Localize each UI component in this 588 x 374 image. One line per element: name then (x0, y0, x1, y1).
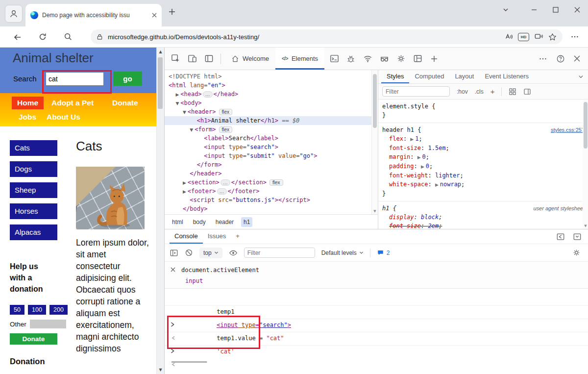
rule-selector[interactable]: header h1 { (382, 125, 421, 134)
dom-tree-scrollbar[interactable]: ▼ (371, 70, 378, 214)
tab-layout[interactable]: Layout (449, 70, 479, 83)
scrollbar-thumb[interactable] (158, 57, 163, 109)
dom-tree-row-body[interactable]: ▼ <body> (165, 99, 378, 107)
donate-button[interactable]: Donate (10, 333, 57, 345)
search-icon[interactable] (64, 32, 73, 41)
nav-item-about-us[interactable]: About Us (47, 113, 80, 122)
scroll-down-icon[interactable]: ▼ (583, 224, 588, 228)
amount-button-50[interactable]: 50 (10, 305, 24, 315)
category-button-dogs[interactable]: Dogs (10, 161, 57, 177)
category-button-cats[interactable]: Cats (10, 140, 57, 156)
styles-scrollbar[interactable]: ▼ (583, 100, 588, 229)
css-declaration-display[interactable]: display: block; (378, 213, 588, 222)
css-declaration-font-size[interactable]: font-size: 1.5em; (378, 144, 588, 152)
close-devtools-icon[interactable] (574, 55, 580, 62)
tab-issues[interactable]: Issues (203, 229, 231, 244)
settings-gear-icon[interactable] (396, 54, 406, 64)
dom-tree-row-form-close[interactable]: </form> (165, 160, 378, 169)
tab-styles[interactable]: Styles (381, 70, 409, 83)
nav-item-home[interactable]: Home (12, 97, 44, 109)
css-declaration-flex[interactable]: flex: ▶ 1; (378, 134, 588, 144)
dom-tree-row-form[interactable]: ▼ <form>flex (165, 125, 378, 134)
chevron-down-icon[interactable] (578, 74, 588, 79)
network-wifi-icon[interactable] (363, 54, 372, 64)
css-declaration-padding[interactable]: padding: ▶ 0; (378, 162, 588, 171)
inspect-icon[interactable] (171, 54, 180, 64)
dock-side-icon[interactable] (204, 54, 214, 64)
minimize-icon[interactable] (523, 0, 545, 20)
devtools-more-icon[interactable] (539, 54, 547, 63)
collapse-drawer-icon[interactable] (573, 232, 582, 241)
log-levels-dropdown[interactable]: Default levels (321, 249, 364, 256)
tab-close-icon[interactable] (152, 13, 157, 18)
dom-tree-row-footer[interactable]: ▶ <footer>…</footer> (165, 187, 378, 196)
category-button-horses[interactable]: Horses (10, 203, 57, 219)
css-declaration-white-space[interactable]: white-space: ▶ nowrap; (378, 180, 588, 189)
css-rule-element-style[interactable]: element.style { } (378, 100, 588, 123)
dom-tree-row-html[interactable]: <html lang="en"> (165, 81, 378, 90)
css-rule-h1-user-agent[interactable]: h1 { user agent stylesheet display: bloc… (378, 201, 588, 229)
dom-tree-row-script[interactable]: <script src="buttons.js"></script> (165, 196, 378, 204)
new-tab-button[interactable] (169, 8, 175, 15)
live-expression-eye-icon[interactable] (229, 249, 238, 257)
read-aloud-icon[interactable] (504, 32, 513, 41)
css-declaration-font-size-overridden[interactable]: font-size: 2em; (378, 222, 588, 229)
scrollbar-thumb[interactable] (373, 74, 377, 128)
dom-tree-row-doctype[interactable]: <!DOCTYPE html> (165, 72, 378, 81)
scroll-down-icon[interactable]: ▼ (157, 368, 164, 372)
rendering-goggles-icon[interactable] (379, 54, 389, 64)
styles-filter-input[interactable] (382, 86, 450, 97)
tab-console[interactable]: Console (170, 229, 203, 244)
dom-tree-row-head[interactable]: ▶ <head>…</head> (165, 90, 378, 99)
other-amount-input[interactable] (30, 320, 66, 328)
breadcrumb-header[interactable]: header (213, 217, 236, 227)
dom-tree-row-header[interactable]: ▼ <header>flex (165, 107, 378, 116)
address-bar[interactable]: microsoftedge.github.io/Demos/devtools-a… (91, 29, 563, 44)
dom-tree-row-section[interactable]: ▶ <section>…</section>flex (165, 178, 378, 187)
css-rule-header-h1[interactable]: header h1 { styles.css:257 flex: ▶ 1; fo… (378, 123, 588, 201)
breadcrumb-h1[interactable]: h1 (241, 217, 252, 227)
add-drawer-tab-button[interactable]: + (231, 229, 245, 244)
css-declaration-font-weight[interactable]: font-weight: lighter; (378, 171, 588, 180)
tab-event-listeners[interactable]: Event Listeners (479, 70, 534, 83)
dom-tree-row-input-search[interactable]: <input type="search"> (165, 143, 378, 151)
debugger-bug-icon[interactable] (346, 54, 356, 64)
category-button-alpacas[interactable]: Alpacas (10, 224, 57, 240)
nav-item-adopt-a-pet[interactable]: Adopt a Pet (51, 99, 94, 107)
go-button[interactable]: go (113, 72, 142, 86)
media-controls-icon[interactable] (534, 32, 543, 41)
amount-button-100[interactable]: 100 (28, 305, 46, 315)
layout-panel-icon[interactable] (413, 54, 422, 64)
close-window-icon[interactable] (566, 0, 588, 20)
page-scrollbar[interactable]: ▲ ▼ (156, 48, 164, 374)
profile-button[interactable] (5, 5, 23, 23)
live-expression-block[interactable]: document.activeElement input (165, 262, 588, 289)
console-settings-gear-icon[interactable] (572, 249, 584, 257)
scrollbar-thumb[interactable] (584, 102, 588, 149)
amount-button-200[interactable]: 200 (49, 305, 68, 315)
console-tool-icon[interactable] (329, 54, 339, 64)
console-command-temp1[interactable]: temp1 (165, 293, 588, 306)
refresh-icon[interactable] (38, 32, 47, 41)
hd-badge-icon[interactable]: HD (518, 33, 529, 41)
tab-elements[interactable]: </> Elements (275, 48, 324, 70)
message-count-badge[interactable]: 2 (377, 249, 390, 256)
help-icon[interactable] (556, 54, 565, 63)
dom-tree-row-body-close[interactable]: </body> (165, 204, 378, 213)
more-options-icon[interactable] (570, 32, 579, 41)
new-style-rule-button[interactable]: + (490, 87, 495, 96)
console-filter-input[interactable] (244, 248, 315, 258)
rule-source-link[interactable]: styles.css:257 (551, 125, 585, 134)
dom-tree-row-header-close[interactable]: </header> (165, 169, 378, 178)
dock-drawer-icon[interactable] (556, 232, 565, 241)
live-expression-text[interactable]: document.activeElement (181, 267, 259, 274)
back-icon[interactable] (13, 32, 23, 42)
tab-computed[interactable]: Computed (409, 70, 449, 83)
nav-item-jobs[interactable]: Jobs (19, 113, 36, 122)
remove-live-expression-icon[interactable] (171, 267, 175, 272)
more-tools-plus-icon[interactable] (429, 54, 439, 64)
console-sidebar-icon[interactable] (170, 249, 178, 257)
dom-tree-row-h1-selected[interactable]: <h1>Animal shelter</h1> == $0 (165, 116, 378, 125)
nav-item-donate[interactable]: Donate (112, 99, 138, 107)
css-declaration-margin[interactable]: margin: ▶ 0; (378, 152, 588, 162)
